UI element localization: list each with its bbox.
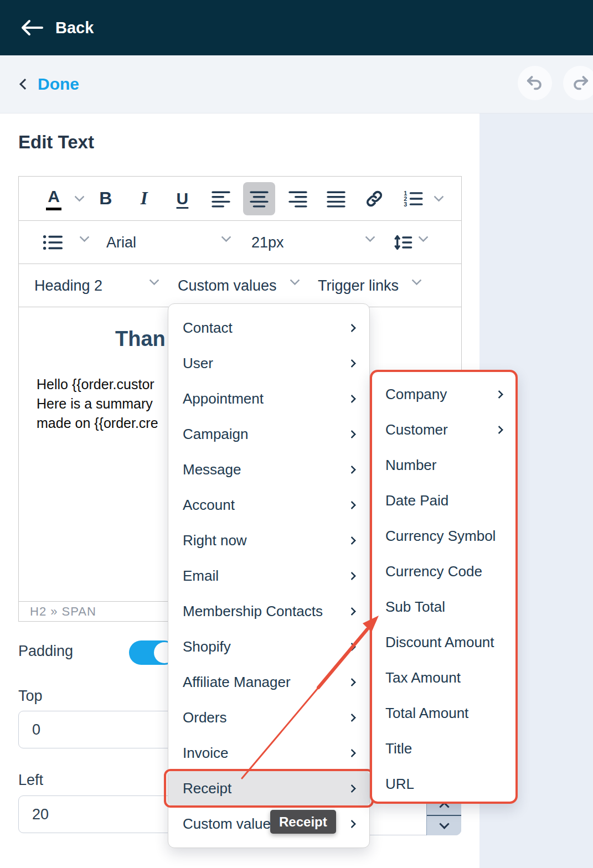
menu-item[interactable]: Receipt	[168, 771, 369, 806]
ordered-list-button[interactable]: 1 2 3	[397, 182, 429, 215]
font-size-chevron-icon[interactable]	[365, 232, 375, 242]
menu-item-label: Right now	[183, 532, 247, 549]
content-paragraph: Hello {{order.custor Here is a summary m…	[37, 375, 158, 433]
block-format-chevron-icon[interactable]	[149, 275, 159, 285]
chevron-right-icon	[348, 359, 357, 368]
submenu-item-label: Date Paid	[385, 492, 448, 509]
align-left-button[interactable]	[205, 182, 237, 215]
submenu-item-label: Currency Symbol	[385, 528, 496, 545]
menu-item[interactable]: Message	[168, 452, 369, 487]
text-color-button[interactable]: A	[38, 182, 70, 215]
menu-item[interactable]: Membership Contacts	[168, 593, 369, 629]
submenu-item-label: Total Amount	[385, 705, 468, 722]
menu-item[interactable]: Account	[168, 487, 369, 523]
align-center-button[interactable]	[243, 182, 275, 215]
chevron-right-icon	[348, 536, 357, 545]
undo-button[interactable]	[518, 66, 552, 100]
align-center-icon	[249, 190, 269, 208]
toolbar-row-blocks: Heading 2 Custom values Trigger links	[19, 264, 461, 307]
submenu-item[interactable]: Date Paid	[372, 483, 515, 518]
submenu-item[interactable]: Discount Amount	[372, 624, 515, 660]
menu-item-label: Campaign	[183, 426, 249, 443]
sub-header: Done	[0, 55, 593, 113]
submenu-item[interactable]: Number	[372, 447, 515, 483]
submenu-item[interactable]: Company	[372, 376, 515, 412]
done-button[interactable]: Done	[38, 75, 79, 94]
custom-values-button[interactable]: Custom values	[178, 277, 277, 294]
trigger-links-button[interactable]: Trigger links	[318, 277, 399, 294]
block-format-select[interactable]: Heading 2	[34, 277, 102, 294]
menu-item[interactable]: Shopify	[168, 629, 369, 664]
redo-icon	[571, 75, 590, 91]
menu-item[interactable]: Email	[168, 558, 369, 593]
list-options-chevron-icon[interactable]	[434, 192, 444, 202]
menu-item[interactable]: Appointment	[168, 381, 369, 416]
padding-label: Padding	[18, 643, 73, 660]
menu-item[interactable]: Affiliate Manager	[168, 664, 369, 700]
bullet-list-chevron-icon[interactable]	[79, 232, 89, 242]
menu-item[interactable]: User	[168, 345, 369, 381]
menu-item[interactable]: Contact	[168, 310, 369, 345]
underline-button[interactable]: U	[166, 182, 198, 215]
font-family-chevron-icon[interactable]	[221, 232, 231, 242]
line-height-chevron-icon[interactable]	[418, 232, 428, 242]
submenu-item-label: Currency Code	[385, 563, 482, 580]
menu-item[interactable]: Custom values	[168, 806, 369, 841]
submenu-item[interactable]: Customer	[372, 412, 515, 447]
custom-values-chevron-icon[interactable]	[290, 275, 300, 285]
menu-item[interactable]: Right now	[168, 523, 369, 558]
menu-item-label: User	[183, 355, 213, 372]
align-justify-button[interactable]	[320, 182, 352, 215]
submenu-item-label: Customer	[385, 421, 448, 438]
page-title: Edit Text	[18, 132, 94, 153]
receipt-submenu: Company Customer Number Date Paid Curren…	[370, 370, 518, 804]
menu-item[interactable]: Orders	[168, 700, 369, 735]
font-family-select[interactable]: Arial	[106, 234, 136, 251]
toolbar-row-formatting: A B I U	[19, 177, 461, 221]
menu-item-label: Message	[183, 461, 241, 478]
chevron-down-icon	[439, 819, 449, 829]
bullet-list-icon	[42, 234, 63, 251]
align-left-icon	[211, 190, 231, 208]
chevron-right-icon	[348, 323, 357, 332]
submenu-item-label: Title	[385, 740, 412, 757]
menu-item-label: Contact	[183, 319, 233, 337]
menu-item-label: Appointment	[183, 390, 264, 407]
italic-button[interactable]: I	[128, 182, 160, 215]
top-label: Top	[18, 688, 43, 705]
submenu-item[interactable]: Title	[372, 731, 515, 766]
align-justify-icon	[326, 190, 346, 208]
align-right-button[interactable]	[282, 182, 314, 215]
submenu-item[interactable]: Tax Amount	[372, 660, 515, 695]
submenu-item-label: Tax Amount	[385, 669, 461, 686]
submenu-item[interactable]: Currency Symbol	[372, 518, 515, 554]
line-height-icon	[394, 234, 413, 251]
submenu-item[interactable]: Total Amount	[372, 695, 515, 731]
line-height-button[interactable]	[394, 234, 413, 251]
font-size-select[interactable]: 21px	[251, 234, 284, 251]
chevron-right-icon	[348, 784, 357, 793]
menu-item-label: Email	[183, 567, 219, 585]
text-color-chevron-icon[interactable]	[75, 192, 85, 202]
svg-text:3: 3	[404, 201, 407, 207]
menu-item[interactable]: Campaign	[168, 416, 369, 452]
chevron-right-icon	[348, 465, 357, 474]
receipt-tooltip: Receipt	[270, 810, 336, 834]
link-button[interactable]	[358, 182, 390, 215]
redo-button[interactable]	[563, 66, 593, 100]
submenu-item-label: Discount Amount	[385, 634, 494, 651]
bold-button[interactable]: B	[90, 182, 122, 215]
trigger-links-chevron-icon[interactable]	[411, 275, 421, 285]
content-line: Hello {{order.custor	[37, 375, 158, 394]
bullet-list-button[interactable]	[42, 234, 63, 251]
submenu-item[interactable]: Sub Total	[372, 589, 515, 624]
submenu-item[interactable]: URL	[372, 766, 515, 802]
stepper-down-button[interactable]	[427, 816, 461, 835]
back-arrow-icon	[20, 18, 44, 37]
chevron-left-icon[interactable]	[19, 79, 30, 90]
align-right-icon	[288, 190, 308, 208]
menu-item[interactable]: Invoice	[168, 735, 369, 771]
ordered-list-icon: 1 2 3	[403, 190, 423, 207]
back-button[interactable]: Back	[20, 18, 94, 37]
submenu-item[interactable]: Currency Code	[372, 554, 515, 589]
